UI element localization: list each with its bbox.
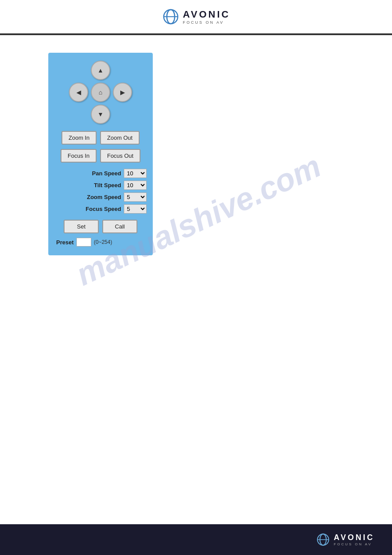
- zoom-in-button[interactable]: Zoom In: [61, 131, 97, 145]
- footer-avonic-logo-icon: [316, 533, 330, 547]
- preset-range: (0~254): [94, 239, 112, 245]
- dpad-right-button[interactable]: ▶: [113, 83, 132, 102]
- tilt-speed-select[interactable]: 1234 5678 9101112 13141516 17181920 2122…: [124, 181, 147, 190]
- set-button[interactable]: Set: [64, 220, 99, 233]
- zoom-out-button[interactable]: Zoom Out: [100, 131, 140, 145]
- pan-speed-row: Pan Speed 1234 5678 9101112 13141516 171…: [54, 169, 147, 178]
- pan-speed-label: Pan Speed: [77, 170, 121, 177]
- speed-controls: Pan Speed 1234 5678 9101112 13141516 171…: [54, 167, 147, 215]
- focus-speed-row: Focus Speed 1234 567: [54, 204, 147, 214]
- focus-speed-select[interactable]: 1234 567: [124, 204, 147, 214]
- pan-speed-select[interactable]: 1234 5678 9101112 13141516 17181920 2122…: [124, 169, 147, 178]
- zoom-speed-row: Zoom Speed 1234 567: [54, 192, 147, 202]
- main-content: ▲ ◀ ⌂ ▶ ▼ Zoom In Zoom Out Focus In Focu…: [0, 35, 392, 524]
- footer-brand-name: AVONIC: [334, 533, 374, 542]
- footer-logo-text: AVONIC FOCUS ON AV: [334, 533, 374, 546]
- dpad-left-button[interactable]: ◀: [69, 83, 88, 102]
- footer-brand-tagline: FOCUS ON AV: [334, 542, 372, 546]
- logo-text: AVONIC FOCUS ON AV: [183, 9, 230, 25]
- avonic-logo-icon: [162, 8, 180, 25]
- focus-buttons-row: Focus In Focus Out: [54, 149, 147, 163]
- focus-in-button[interactable]: Focus In: [61, 149, 97, 163]
- brand-tagline: FOCUS ON AV: [183, 20, 224, 25]
- tilt-speed-label: Tilt Speed: [77, 182, 121, 189]
- tilt-speed-row: Tilt Speed 1234 5678 9101112 13141516 17…: [54, 181, 147, 190]
- zoom-buttons-row: Zoom In Zoom Out: [54, 131, 147, 145]
- set-call-row: Set Call: [54, 220, 147, 233]
- focus-speed-label: Focus Speed: [77, 206, 121, 212]
- page-header: AVONIC FOCUS ON AV: [0, 0, 392, 35]
- logo: AVONIC FOCUS ON AV: [162, 8, 230, 25]
- zoom-speed-select[interactable]: 1234 567: [124, 192, 147, 202]
- page-footer: AVONIC FOCUS ON AV: [0, 524, 392, 555]
- focus-out-button[interactable]: Focus Out: [100, 149, 140, 163]
- zoom-speed-label: Zoom Speed: [77, 194, 121, 200]
- preset-label: Preset: [56, 239, 74, 246]
- dpad-home-button[interactable]: ⌂: [91, 83, 110, 102]
- dpad: ▲ ◀ ⌂ ▶ ▼: [68, 60, 133, 125]
- dpad-up-button[interactable]: ▲: [91, 61, 110, 80]
- call-button[interactable]: Call: [102, 220, 137, 233]
- brand-name: AVONIC: [183, 9, 230, 20]
- dpad-down-button[interactable]: ▼: [91, 105, 110, 124]
- control-panel: ▲ ◀ ⌂ ▶ ▼ Zoom In Zoom Out Focus In Focu…: [48, 53, 153, 255]
- preset-section: Preset (0~254): [54, 238, 147, 247]
- preset-input[interactable]: [76, 238, 91, 247]
